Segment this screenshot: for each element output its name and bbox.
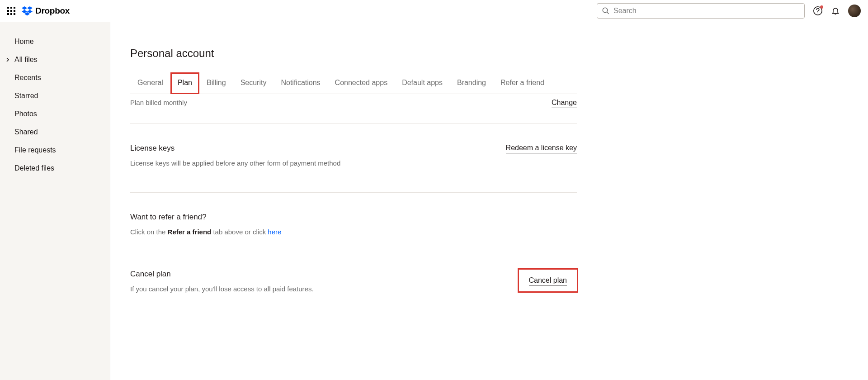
tab-notifications[interactable]: Notifications xyxy=(274,72,327,94)
refer-desc-prefix: Click on the xyxy=(130,228,168,236)
header: Dropbox xyxy=(0,0,868,22)
section-cancel-plan: Cancel plan If you cancel your plan, you… xyxy=(130,254,577,308)
body: Home All files Recents Starred Photos Sh… xyxy=(0,22,868,380)
license-keys-desc: License keys will be applied before any … xyxy=(130,159,506,167)
tab-default-apps[interactable]: Default apps xyxy=(395,72,450,94)
cancel-plan-title: Cancel plan xyxy=(130,270,519,279)
header-right xyxy=(597,3,861,19)
sidebar-item-file-requests[interactable]: File requests xyxy=(0,141,110,159)
cancel-plan-button[interactable]: Cancel plan xyxy=(529,276,567,285)
section-refer-friend: Want to refer a friend? Click on the Ref… xyxy=(130,193,577,254)
svg-point-3 xyxy=(817,12,818,13)
help-badge-dot xyxy=(820,5,823,9)
brand-name: Dropbox xyxy=(35,6,70,16)
svg-point-0 xyxy=(603,8,608,13)
sidebar-item-label: File requests xyxy=(14,146,56,154)
refer-friend-title: Want to refer a friend? xyxy=(130,213,577,222)
search-input[interactable] xyxy=(613,7,800,15)
section-billing-cycle: Plan billed monthly Change xyxy=(130,94,577,124)
tab-refer-friend[interactable]: Refer a friend xyxy=(493,72,552,94)
tab-security[interactable]: Security xyxy=(233,72,274,94)
section-license-keys: License keys License keys will be applie… xyxy=(130,124,577,193)
sidebar-item-photos[interactable]: Photos xyxy=(0,105,110,123)
tab-connected-apps[interactable]: Connected apps xyxy=(328,72,395,94)
sidebar-item-label: Starred xyxy=(14,92,38,100)
sidebar-item-label: Home xyxy=(14,38,34,46)
tab-general[interactable]: General xyxy=(130,72,170,94)
help-button[interactable] xyxy=(813,6,823,16)
sidebar: Home All files Recents Starred Photos Sh… xyxy=(0,22,110,380)
sidebar-item-label: Deleted files xyxy=(14,164,54,172)
tab-plan[interactable]: Plan xyxy=(170,72,199,94)
chevron-right-icon xyxy=(5,57,10,62)
tabs: General Plan Billing Security Notificati… xyxy=(130,72,577,94)
billing-cycle-desc: Plan billed monthly xyxy=(130,99,552,106)
refer-friend-desc: Click on the Refer a friend tab above or… xyxy=(130,228,577,236)
sidebar-item-label: All files xyxy=(14,56,38,64)
refer-desc-bold: Refer a friend xyxy=(168,228,212,236)
sidebar-item-label: Shared xyxy=(14,128,38,136)
cancel-plan-highlight: Cancel plan xyxy=(519,270,577,291)
sidebar-item-all-files[interactable]: All files xyxy=(0,51,110,69)
page-title: Personal account xyxy=(130,47,577,60)
svg-line-1 xyxy=(607,12,609,14)
search-icon xyxy=(602,7,610,15)
sidebar-item-starred[interactable]: Starred xyxy=(0,87,110,105)
content: Personal account General Plan Billing Se… xyxy=(130,47,577,308)
refer-here-link[interactable]: here xyxy=(268,228,281,236)
avatar[interactable] xyxy=(848,5,861,17)
bell-icon xyxy=(831,6,840,16)
change-billing-button[interactable]: Change xyxy=(552,99,577,108)
notifications-button[interactable] xyxy=(831,6,840,16)
search-box[interactable] xyxy=(597,3,805,19)
refer-desc-mid: tab above or click xyxy=(211,228,268,236)
sidebar-item-home[interactable]: Home xyxy=(0,33,110,51)
tab-branding[interactable]: Branding xyxy=(450,72,493,94)
main: Personal account General Plan Billing Se… xyxy=(110,22,868,380)
sidebar-item-shared[interactable]: Shared xyxy=(0,123,110,141)
license-keys-title: License keys xyxy=(130,144,506,153)
redeem-license-button[interactable]: Redeem a license key xyxy=(506,144,577,153)
dropbox-logo-icon xyxy=(22,6,33,16)
cancel-plan-desc: If you cancel your plan, you'll lose acc… xyxy=(130,285,519,293)
header-left: Dropbox xyxy=(7,6,70,16)
dropbox-logo[interactable]: Dropbox xyxy=(22,6,70,16)
sidebar-item-label: Photos xyxy=(14,110,37,118)
sidebar-item-label: Recents xyxy=(14,74,41,82)
tab-billing[interactable]: Billing xyxy=(199,72,233,94)
sidebar-item-recents[interactable]: Recents xyxy=(0,69,110,87)
apps-grid-icon[interactable] xyxy=(7,7,15,15)
sidebar-item-deleted-files[interactable]: Deleted files xyxy=(0,159,110,177)
